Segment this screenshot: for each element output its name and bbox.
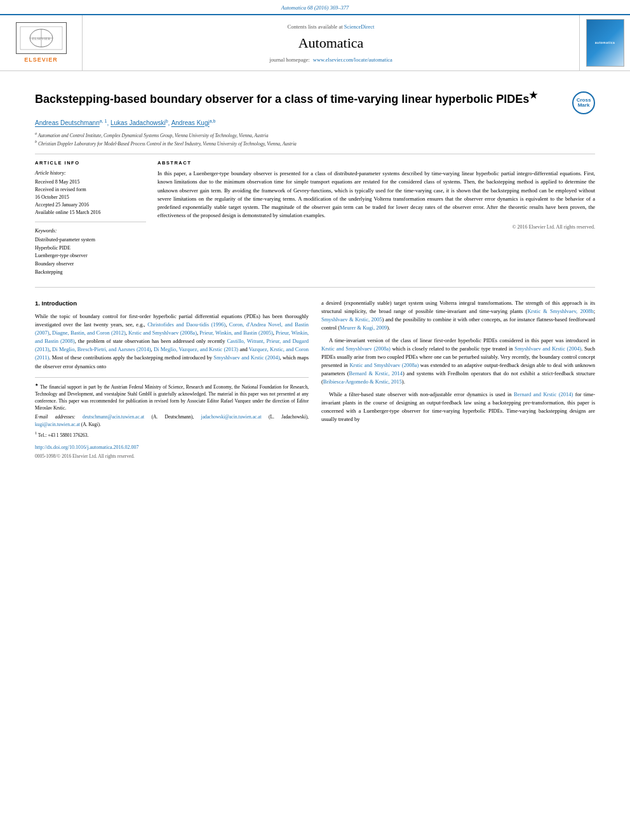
article-info-label: ARTICLE INFO (35, 159, 146, 166)
svg-text:ELSEVIER: ELSEVIER (32, 37, 50, 41)
ref-krstic2008a[interactable]: Krstic and Smyshlvaev (2008a) (128, 330, 197, 336)
separator-1 (35, 154, 595, 154)
then-word: Then (464, 178, 474, 185)
body-right-col: a desired (exponentially stable) target … (321, 299, 595, 460)
body-left-col: 1. Introduction While the topic of bound… (35, 299, 309, 460)
copyright-text: © 2016 Elsevier Ltd. All rights reserved… (158, 223, 595, 231)
email-kugi[interactable]: kugi@acin.tuwien.ac.at (35, 422, 80, 427)
observation-word: observation (247, 178, 272, 185)
affiliations-block: a Automation and Control Institute, Comp… (35, 131, 595, 147)
elsevier-svg: ELSEVIER (19, 25, 64, 51)
body-para-3: A time-invariant version of the class of… (321, 337, 595, 387)
journal-name: Automatica (298, 33, 364, 53)
accepted-date: Accepted 25 January 2016 (35, 201, 146, 209)
footnote-tel: 1 Tel.: +43 1 58801 376263. (35, 430, 309, 439)
issn-line: 0005-1098/© 2016 Elsevier Ltd. All right… (35, 453, 309, 460)
journal-thumbnail-area: automatica (579, 15, 630, 70)
elsevier-logo: ELSEVIER ELSEVIER (16, 22, 67, 64)
journal-reference-line: Automatica 68 (2016) 369–377 (0, 0, 630, 14)
doi-line: http://dx.doi.org/10.1016/j.automatica.2… (35, 444, 309, 451)
body-section: 1. Introduction While the topic of bound… (35, 299, 595, 460)
ref-prieur2005[interactable]: Prieur, Winkin, and Bastin (2005) (199, 330, 272, 336)
ref-dimeglio2013[interactable]: Di Meglio, Vazquez, and Krstic (2013) (154, 346, 238, 352)
doi-link[interactable]: http://dx.doi.org/10.1016/j.automatica.2… (35, 444, 139, 450)
affiliation-b: b Christian Doppler Laboratory for Model… (35, 139, 595, 147)
homepage-line: journal homepage: www.elsevier.com/locat… (269, 56, 392, 63)
journal-ref-text: Automatica 68 (2016) 369–377 (0, 0, 630, 14)
ref-smyshlvaev2005[interactable]: Smyshlvaev & Krstic, 2005 (321, 316, 382, 323)
ref-smyshlvaev[interactable]: Smyshlvaev and Krstic (2004) (213, 354, 279, 361)
abstract-col: ABSTRACT In this paper, a Luenberger-typ… (158, 159, 595, 282)
affiliation-a: a Automation and Control Institute, Comp… (35, 131, 595, 139)
footnote-star: ★ The financial support in part by the A… (35, 382, 309, 412)
contents-available-line: Contents lists available at ScienceDirec… (288, 23, 375, 30)
keyword-1: Distributed-parameter system (35, 236, 146, 244)
ref-krstic2008a-2[interactable]: Krstic and Smyshlvaev (2008a) (321, 345, 391, 352)
authors-line: Andreas Deutschmanna, 1, Lukas Jadachows… (35, 118, 595, 128)
available-date: Available online 15 March 2016 (35, 209, 146, 217)
abstract-text: In this paper, a Luenberger-type boundar… (158, 170, 595, 220)
ref-krstic2008b[interactable]: Krstic & Smyshlvaev, 2008b (527, 308, 593, 314)
homepage-link[interactable]: www.elsevier.com/locate/automatica (313, 57, 392, 63)
article-history: Article history: Received 8 May 2015 Rec… (35, 170, 146, 217)
ref-meurer[interactable]: Meurer & Kugi, 2009 (340, 324, 387, 331)
separator-keywords (35, 222, 146, 222)
body-para-1: While the topic of boundary control for … (35, 312, 309, 371)
keywords-label: Keywords: (35, 227, 146, 235)
body-para-2: a desired (exponentially stable) target … (321, 299, 595, 333)
article-info-col: ARTICLE INFO Article history: Received 8… (35, 159, 146, 282)
ref-smyshlvaev2004[interactable]: Smyshlvaev and Krstic (2004) (514, 345, 581, 352)
journal-header: ELSEVIER ELSEVIER Contents lists availab… (0, 14, 630, 71)
body-para-4: While a filter-based state observer with… (321, 390, 595, 424)
keywords-section: Keywords: Distributed-parameter system H… (35, 227, 146, 277)
email-jadachowski[interactable]: jadachowski@acin.tuwien.ac.at (201, 414, 262, 420)
journal-title-area: Contents lists available at ScienceDirec… (83, 15, 579, 70)
ref-bribiesca[interactable]: Bribiesca-Argomedo & Krstic, 2015 (323, 378, 402, 385)
ref-krstic2008a-3[interactable]: Krstic and Smyshlvaev (2008a) (349, 362, 419, 368)
elsevier-text: ELSEVIER (24, 56, 58, 64)
article-title-section: Backstepping-based boundary observer for… (35, 89, 595, 114)
keywords-list: Distributed-parameter system Hyperbolic … (35, 236, 146, 277)
footnote-email: E-mail addresses: deutschmann@acin.tuwie… (35, 413, 309, 428)
separator-2 (35, 287, 595, 288)
ref-christofides[interactable]: Christofides and Daou-tidis (1996) (147, 321, 225, 328)
author-deutschmann[interactable]: Andreas Deutschmann (35, 120, 100, 127)
author-kugi[interactable]: Andreas Kugi (171, 120, 210, 127)
footnote-section: ★ The financial support in part by the A… (35, 377, 309, 460)
received-date: Received 8 May 2015 (35, 178, 146, 186)
author-jadachowski[interactable]: Lukas Jadachowski (111, 120, 166, 127)
ref-bernard[interactable]: Bernard & Krstic, 2014 (349, 370, 403, 377)
main-content-area: Backstepping-based boundary observer for… (0, 71, 630, 470)
keyword-4: Boundary observer (35, 260, 146, 269)
sciencedirect-link[interactable]: ScienceDirect (344, 23, 375, 30)
article-info-abstract: ARTICLE INFO Article history: Received 8… (35, 159, 595, 282)
keyword-5: Backstepping (35, 269, 146, 277)
revised-label: Received in revised form (35, 186, 146, 194)
elsevier-logo-image: ELSEVIER (16, 22, 67, 54)
ref-diagne[interactable]: Diagne, Bastin, and Coron (2012) (52, 330, 126, 336)
revised-date: 16 October 2015 (35, 194, 146, 201)
article-title: Backstepping-based boundary observer for… (35, 89, 565, 107)
abstract-label: ABSTRACT (158, 159, 595, 167)
ref-dimeglio2014[interactable]: Di Meglio, Bresch-Pietri, and Aarsnes (2… (52, 346, 151, 352)
body-two-col: 1. Introduction While the topic of bound… (35, 299, 595, 460)
email-deutschmann[interactable]: deutschmann@acin.tuwien.ac.at (83, 414, 144, 420)
journal-thumbnail: automatica (586, 19, 624, 67)
section1-heading: 1. Introduction (35, 299, 309, 309)
keyword-2: Hyperbolic PIDE (35, 244, 146, 253)
crossmark-badge: Cross Mark (572, 91, 595, 114)
publisher-logo-area: ELSEVIER ELSEVIER (0, 15, 83, 70)
ref-bernard2[interactable]: Bernard and Krstic (2014) (514, 391, 573, 397)
history-label: Article history: (35, 170, 146, 177)
keyword-3: Luenberger-type observer (35, 252, 146, 260)
